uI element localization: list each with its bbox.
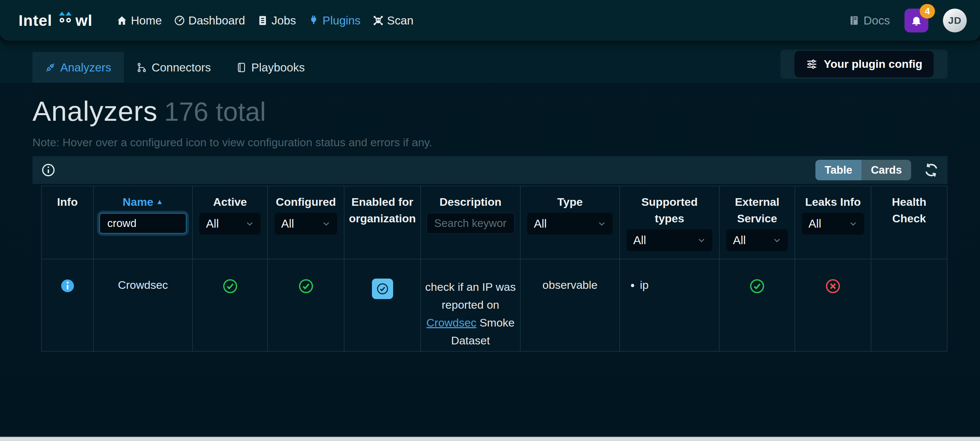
crowdsec-link[interactable]: Crowdsec	[426, 316, 476, 329]
enabled-org-toggle[interactable]	[372, 279, 393, 299]
row-name-cell: Crowdsec	[94, 259, 192, 351]
tab-playbooks[interactable]: Playbooks	[224, 52, 317, 83]
logo-text-intel: Intel	[19, 11, 52, 29]
nav-item-home[interactable]: Home	[116, 14, 162, 27]
view-toggle: Table Cards	[815, 160, 911, 180]
analyzers-table: Info Name▲ Active All Configured All Ena…	[41, 186, 948, 352]
plugins-tabs: Analyzers Connectors Playbooks	[32, 52, 317, 83]
row-type-cell: observable	[521, 259, 619, 351]
notifications-button[interactable]: 4	[905, 9, 928, 32]
analyzer-plug-icon	[45, 62, 56, 73]
plugin-config-container: Your plugin config	[781, 50, 948, 79]
row-enabled-org-cell	[344, 259, 420, 351]
chevron-down-icon	[597, 219, 606, 228]
chevron-down-icon	[322, 219, 331, 228]
app-logo[interactable]: Intel wl	[19, 11, 92, 29]
supported-type-item: ip	[640, 279, 649, 292]
row-info-cell	[42, 259, 93, 351]
logo-text-wl: wl	[75, 11, 93, 29]
col-header-external-service: External Service All	[720, 186, 794, 259]
docs-link[interactable]: Docs	[849, 14, 890, 27]
notification-count-badge: 4	[920, 4, 935, 19]
nav-item-plugins[interactable]: Plugins	[308, 14, 361, 27]
top-navbar: Intel wl Home Dashboard Jobs Plugins Sca…	[0, 0, 980, 41]
name-sort-header[interactable]: Name▲	[123, 194, 163, 210]
check-circle-icon	[298, 279, 313, 294]
page-header: Analyzers 176 total	[32, 95, 948, 127]
table-toolbar: Table Cards	[32, 156, 948, 184]
col-header-health-check: Health Check	[871, 186, 947, 259]
navbar-right: Docs 4 JD	[849, 9, 967, 32]
toolbar-right: Table Cards	[815, 160, 939, 180]
active-filter-select[interactable]: All	[199, 213, 261, 235]
page-note: Note: Hover over a configured icon to vi…	[32, 136, 948, 149]
configured-filter-select[interactable]: All	[275, 213, 337, 235]
row-leaks-info-cell	[795, 259, 871, 351]
row-health-check-cell	[871, 259, 947, 351]
check-circle-icon	[223, 279, 238, 294]
col-header-type: Type All	[521, 186, 619, 259]
journal-icon	[236, 62, 247, 73]
col-header-supported-types: Supported types All	[620, 186, 719, 259]
col-header-info: Info	[42, 186, 93, 259]
row-external-service-cell	[720, 259, 794, 351]
row-info-icon[interactable]	[60, 279, 75, 293]
supported-types-filter-select[interactable]: All	[627, 229, 713, 251]
analyzers-page: Analyzers 176 total Note: Hover over a c…	[0, 95, 980, 352]
table-info-button[interactable]	[41, 163, 56, 177]
refresh-icon	[924, 162, 939, 178]
dashboard-icon	[174, 15, 185, 26]
chevron-down-icon	[773, 236, 781, 244]
col-header-active: Active All	[193, 186, 267, 259]
chevron-down-icon	[849, 219, 858, 228]
page-title: Analyzers	[32, 95, 158, 127]
check-circle-icon	[749, 279, 765, 294]
x-circle-icon	[825, 279, 840, 294]
scan-skull-icon	[372, 15, 384, 26]
row-configured-cell	[268, 259, 344, 351]
bell-icon	[910, 14, 923, 27]
description-filter-input[interactable]	[426, 213, 515, 234]
main-nav: Home Dashboard Jobs Plugins Scan	[116, 14, 413, 27]
row-description-cell: check if an IP was reported on Crowdsec …	[421, 259, 520, 351]
tab-connectors[interactable]: Connectors	[124, 52, 224, 83]
tab-analyzers[interactable]: Analyzers	[32, 52, 124, 83]
type-filter-select[interactable]: All	[527, 213, 613, 235]
plug-icon	[308, 15, 319, 26]
col-header-description: Description	[421, 186, 520, 259]
total-count: 176 total	[164, 97, 266, 127]
external-service-filter-select[interactable]: All	[726, 229, 788, 251]
jobs-icon	[257, 15, 268, 26]
sliders-icon	[806, 58, 818, 70]
your-plugin-config-button[interactable]: Your plugin config	[794, 51, 934, 78]
owl-logo-icon	[57, 14, 73, 29]
col-header-name: Name▲	[94, 186, 192, 259]
horizontal-scrollbar[interactable]	[0, 437, 980, 441]
branch-icon	[137, 62, 147, 73]
user-avatar[interactable]: JD	[943, 9, 967, 32]
check-circle-icon	[376, 282, 389, 295]
nav-item-dashboard[interactable]: Dashboard	[174, 14, 245, 27]
col-header-leaks-info: Leaks Info All	[795, 186, 871, 259]
info-circle-icon	[41, 163, 56, 177]
col-header-enabled-org: Enabled for organization	[344, 186, 420, 259]
nav-item-scan[interactable]: Scan	[372, 14, 414, 27]
refresh-button[interactable]	[924, 162, 939, 178]
col-header-configured: Configured All	[268, 186, 344, 259]
nav-item-jobs[interactable]: Jobs	[257, 14, 296, 27]
name-filter-input[interactable]	[99, 213, 187, 234]
cards-view-button[interactable]: Cards	[861, 160, 911, 180]
chevron-down-icon	[697, 236, 706, 244]
chevron-down-icon	[245, 219, 254, 228]
row-supported-types-cell: ip	[620, 259, 719, 351]
row-active-cell	[193, 259, 267, 351]
table-view-button[interactable]: Table	[815, 160, 862, 180]
sort-asc-icon: ▲	[156, 198, 163, 205]
leaks-info-filter-select[interactable]: All	[802, 213, 864, 235]
home-icon	[116, 15, 127, 26]
book-icon	[849, 15, 859, 26]
plugins-tabs-bar: Analyzers Connectors Playbooks Your plug…	[0, 41, 980, 83]
